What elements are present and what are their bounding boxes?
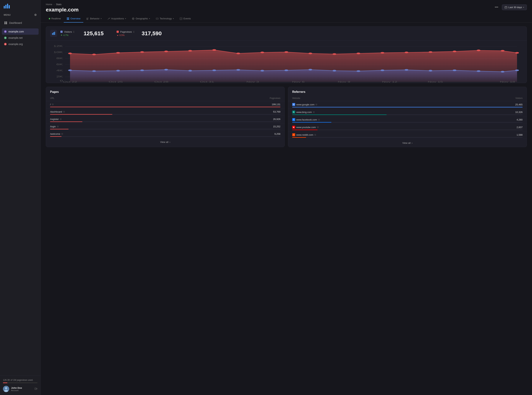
svg-point-58 — [501, 50, 504, 52]
svg-text:Oct 28: Oct 28 — [154, 81, 168, 83]
tab-acquisitions[interactable]: Acquisitions ▾ — [105, 15, 129, 22]
sidebar: MENU ⚙ Dashboard ● example.com ● example… — [0, 0, 41, 395]
page-url-4: /welcome — [50, 132, 60, 135]
pages-panel: Pages URL Pageviews / ⊡ 199,131 — [46, 87, 285, 147]
svg-point-73 — [381, 69, 384, 71]
referrers-col-website: Website — [292, 97, 300, 99]
svg-point-47 — [236, 53, 240, 54]
date-range-label: Last 30 days — [508, 6, 522, 9]
site-label-example-net: example.net — [9, 36, 22, 39]
logo-bar-2 — [5, 5, 6, 9]
acquisitions-icon — [107, 17, 110, 20]
visitors-up-icon — [60, 34, 63, 36]
settings-icon[interactable]: ⚙ — [34, 13, 37, 16]
referrers-panel-header: Referrers — [288, 87, 527, 95]
topbar-left: Home › Stats example.com — [46, 3, 78, 15]
date-range-button[interactable]: Last 30 days ▾ — [502, 5, 527, 10]
avatar — [3, 386, 9, 392]
referrer-visitors-4: 1,588 — [516, 133, 523, 136]
referrers-view-all-arrow: › — [412, 142, 413, 144]
referrer-ext-3: ⊡ — [317, 126, 319, 128]
tab-overview[interactable]: Overview — [64, 15, 83, 22]
page-bar-2 — [50, 121, 82, 122]
referrers-panel-cols: Website Visitors — [288, 95, 527, 101]
pages-col-url: URL — [50, 97, 55, 99]
svg-rect-14 — [68, 19, 69, 20]
pages-view-all[interactable]: View all › — [46, 138, 285, 146]
svg-text:10K: 10K — [53, 51, 63, 54]
page-url-1: /dashboard — [50, 110, 62, 113]
pageviews-change-value: 0.5% — [119, 34, 124, 37]
tab-technology[interactable]: Technology ▾ — [153, 15, 177, 22]
svg-point-46 — [212, 49, 216, 51]
visitors-info-icon[interactable]: ℹ — [73, 30, 74, 33]
referrer-row-4: r www.reddit.com ⊡ 1,588 — [288, 132, 527, 139]
chart-icon-box — [50, 30, 57, 37]
svg-rect-26 — [54, 32, 55, 35]
svg-text:8K: 8K — [56, 57, 63, 60]
referrers-view-all[interactable]: View all › — [288, 139, 527, 147]
referrer-bar-2 — [292, 122, 331, 123]
site-label-example-org: example.org — [9, 43, 23, 46]
svg-text:6K: 6K — [56, 63, 63, 66]
pageviews-down-icon — [117, 34, 119, 36]
tab-overview-label: Overview — [70, 17, 80, 20]
page-url-0: / — [50, 103, 51, 106]
referrer-row-0: G www.google.com ⊡ 25,465 — [288, 101, 527, 109]
events-icon — [180, 17, 182, 20]
referrer-bar-3 — [292, 130, 318, 130]
svg-point-49 — [285, 51, 288, 53]
geographic-icon — [132, 17, 134, 20]
overview-chart-card: Visitors ℹ 4.7% 125,615 — [46, 26, 527, 83]
referrer-ext-0: ⊡ — [315, 103, 317, 106]
svg-rect-12 — [68, 17, 69, 18]
logo-bar-3 — [7, 4, 8, 9]
sidebar-item-example-org[interactable]: ● example.org — [2, 41, 39, 47]
page-url-3: /login — [50, 125, 56, 128]
logout-icon[interactable] — [34, 387, 38, 391]
page-views-2: 26,926 — [273, 118, 280, 121]
svg-point-66 — [212, 69, 216, 71]
svg-point-69 — [285, 69, 288, 71]
svg-rect-3 — [6, 23, 7, 24]
pages-panel-header: Pages — [46, 87, 285, 95]
svg-point-65 — [188, 70, 192, 72]
logo-bar-1 — [4, 6, 5, 9]
svg-point-59 — [515, 52, 519, 54]
pages-row-3: /login ⊡ 15,252 — [46, 123, 285, 131]
logo-icon — [4, 3, 10, 9]
page-title: example.com — [46, 7, 78, 13]
topbar-wrapper: Home › Stats example.com ••• Last 30 day… — [41, 0, 532, 15]
svg-point-60 — [68, 69, 72, 71]
pages-panel-cols: URL Pageviews — [46, 95, 285, 101]
breadcrumb-home[interactable]: Home — [46, 3, 52, 6]
tab-behavior[interactable]: Behavior ▾ — [83, 15, 104, 22]
referrer-favicon-1: b — [292, 110, 295, 114]
svg-point-55 — [429, 51, 432, 53]
referrer-site-0: www.google.com — [296, 103, 314, 106]
sidebar-item-dashboard[interactable]: Dashboard — [2, 20, 39, 26]
pageviews-info-icon[interactable]: ℹ — [133, 30, 134, 33]
user-role: Account — [11, 389, 33, 391]
svg-text:Nov 3: Nov 3 — [246, 81, 259, 83]
pageviews-metric: Pageviews ℹ 0.5% — [117, 30, 134, 37]
site-dot-example-org: ● — [4, 43, 7, 45]
page-views-4: 9,258 — [274, 132, 280, 135]
svg-point-61 — [92, 70, 96, 72]
tab-events-label: Events — [183, 17, 191, 20]
svg-point-77 — [476, 70, 481, 72]
tab-realtime[interactable]: Realtime — [46, 15, 64, 22]
svg-rect-7 — [505, 6, 507, 9]
sidebar-item-example-net[interactable]: ● example.net — [2, 35, 39, 41]
referrer-visitors-3: 2,837 — [516, 126, 523, 129]
svg-rect-25 — [53, 32, 54, 35]
page-bar-4 — [50, 136, 62, 137]
pages-view-all-label: View all — [160, 141, 168, 143]
svg-point-53 — [381, 52, 384, 54]
tab-events[interactable]: Events — [177, 15, 194, 22]
sidebar-item-example-com[interactable]: ● example.com — [2, 28, 39, 35]
more-options-button[interactable]: ••• — [493, 5, 500, 10]
svg-point-56 — [453, 51, 456, 52]
tab-geographic[interactable]: Geographic ▾ — [129, 15, 153, 22]
page-views-3: 15,252 — [273, 125, 280, 128]
